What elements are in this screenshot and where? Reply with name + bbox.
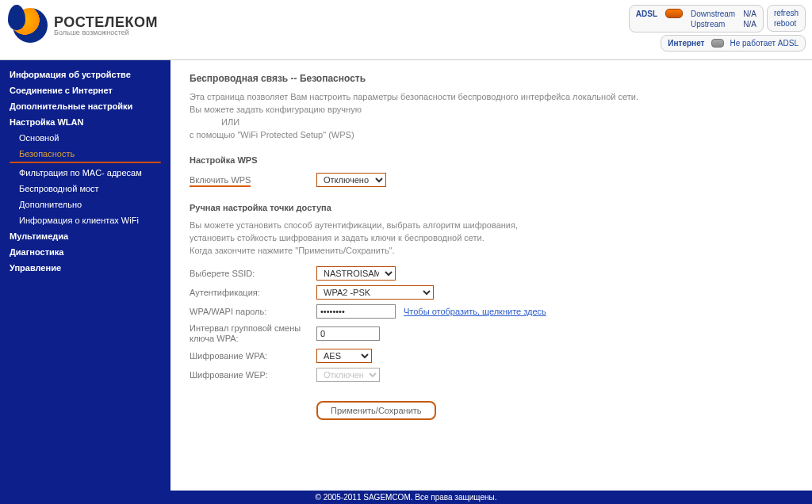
refresh-link[interactable]: refresh bbox=[774, 9, 799, 17]
wps-enable-select[interactable]: Отключено bbox=[316, 173, 386, 187]
internet-status: Интернет Не работает ADSL bbox=[661, 35, 806, 52]
password-label: WPA/WAPI пароль: bbox=[190, 307, 316, 316]
manual-text-1: Вы можете установить способ аутентификац… bbox=[190, 220, 793, 230]
brand-logo: РОСТЕЛЕКОМ Больше возможностей bbox=[13, 8, 158, 43]
show-password-link[interactable]: Чтобы отобразить, щелкните здесь bbox=[404, 307, 546, 316]
logo-icon bbox=[13, 8, 48, 43]
auth-label: Аутентификация: bbox=[190, 288, 316, 297]
intro-text-4: с помощью "WiFi Protected Setup" (WPS) bbox=[190, 130, 793, 139]
auth-select[interactable]: WPA2 -PSK bbox=[316, 285, 434, 300]
adsl-label: ADSL bbox=[636, 10, 657, 18]
interval-label: Интервал групповой смены ключа WPA: bbox=[190, 323, 316, 344]
content: Беспроводная связь -- Безопасность Эта с… bbox=[170, 60, 812, 491]
nav-wlan-main[interactable]: Основной bbox=[0, 130, 170, 146]
adsl-status: ADSL Downstream N/A Upstream N/A bbox=[629, 5, 764, 32]
nav-mac-filter[interactable]: Фильтрация по MAC- адресам bbox=[0, 165, 170, 181]
ssid-select[interactable]: NASTROISAM.RU bbox=[316, 266, 396, 281]
ssid-label: Выберете SSID: bbox=[190, 269, 316, 278]
intro-text-1: Эта страница позволяет Вам настроить пар… bbox=[190, 92, 793, 101]
downstream-value: N/A bbox=[743, 10, 756, 18]
nav-wlan-setup[interactable]: Настройка WLAN bbox=[0, 114, 170, 130]
nav-management[interactable]: Управление bbox=[0, 260, 170, 276]
reboot-link[interactable]: reboot bbox=[774, 19, 799, 28]
wep-encryption-select: Отключено bbox=[316, 368, 380, 382]
upstream-value: N/A bbox=[743, 20, 756, 29]
header: РОСТЕЛЕКОМ Больше возможностей ADSL Down… bbox=[0, 0, 812, 60]
wpa-encryption-select[interactable]: AES bbox=[316, 349, 372, 363]
footer: © 2005-2011 SAGEMCOM. Все права защищены… bbox=[0, 491, 812, 504]
status-area: ADSL Downstream N/A Upstream N/A refresh… bbox=[629, 5, 806, 32]
downstream-label: Downstream bbox=[691, 10, 735, 18]
nav-wlan-extra[interactable]: Дополнительно bbox=[0, 197, 170, 212]
nav-wifi-clients[interactable]: Информация о клиентах WiFi bbox=[0, 212, 170, 228]
intro-text-3: ИЛИ bbox=[190, 117, 793, 127]
manual-text-3: Когда закончите нажмите "Применить/Сохра… bbox=[190, 246, 793, 255]
internet-label: Интернет bbox=[668, 39, 704, 48]
wps-enable-label: Включить WPS bbox=[190, 175, 316, 185]
intro-text-2: Вы можете задать конфигурацию вручную bbox=[190, 105, 793, 114]
page-title: Беспроводная связь -- Безопасность bbox=[190, 73, 793, 84]
sidebar: Информация об устройстве Соединение с Ин… bbox=[0, 60, 170, 491]
nav-advanced-settings[interactable]: Дополнительные настройки bbox=[0, 98, 170, 114]
brand-tagline: Больше возможностей bbox=[54, 29, 158, 36]
upstream-label: Upstream bbox=[691, 20, 735, 29]
nav-internet-connection[interactable]: Соединение с Интернет bbox=[0, 82, 170, 98]
manual-heading: Ручная настройка точки доступа bbox=[190, 203, 793, 212]
internet-value: Не работает ADSL bbox=[730, 39, 799, 48]
manual-text-2: установить стойкость шифрования и задать… bbox=[190, 233, 793, 242]
wep-encryption-label: Шифрование WEP: bbox=[190, 370, 316, 380]
wpa-encryption-label: Шифрование WPA: bbox=[190, 351, 316, 361]
wps-heading: Настройка WPS bbox=[190, 155, 793, 165]
internet-indicator-icon bbox=[711, 39, 724, 48]
brand-name: РОСТЕЛЕКОМ bbox=[54, 15, 158, 29]
interval-input[interactable] bbox=[316, 326, 380, 341]
nav-wireless-bridge[interactable]: Беспроводной мост bbox=[0, 181, 170, 197]
password-input[interactable] bbox=[316, 304, 396, 319]
apply-save-button[interactable]: Применить/Сохранить bbox=[316, 401, 436, 420]
nav-wlan-security[interactable]: Безопасность bbox=[0, 146, 170, 162]
nav-multimedia[interactable]: Мультимедиа bbox=[0, 228, 170, 244]
adsl-indicator-icon bbox=[665, 9, 683, 18]
nav-device-info[interactable]: Информация об устройстве bbox=[0, 67, 170, 82]
action-box: refresh reboot bbox=[767, 5, 806, 32]
nav-highlight-underline bbox=[10, 162, 161, 163]
nav-diagnostics[interactable]: Диагностика bbox=[0, 244, 170, 260]
